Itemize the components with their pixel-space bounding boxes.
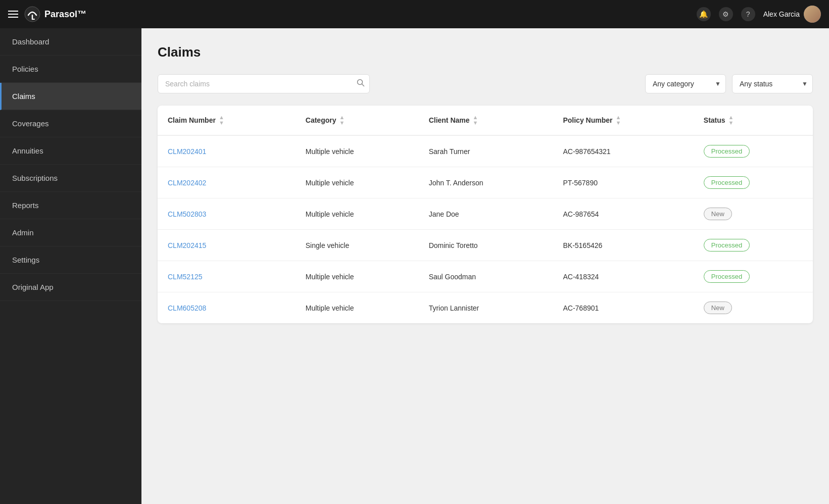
col-header-claimNumber[interactable]: Claim Number▲▼ xyxy=(158,106,296,135)
claim-number-link[interactable]: CLM502803 xyxy=(168,210,206,218)
hamburger-menu[interactable] xyxy=(8,11,18,18)
notification-icon[interactable]: 🔔 xyxy=(697,7,711,21)
category-filter[interactable]: Any categoryMultiple vehicleSingle vehic… xyxy=(645,74,726,93)
search-wrapper xyxy=(158,74,370,93)
cell-policy-number: PT-567890 xyxy=(553,167,693,198)
cell-status: Processed xyxy=(694,230,813,261)
top-navigation: Parasol™ 🔔 ⚙ ? Alex Garcia xyxy=(0,0,829,28)
cell-policy-number: AC-418324 xyxy=(553,261,693,292)
cell-category: Multiple vehicle xyxy=(296,135,419,167)
claims-table: Claim Number▲▼Category▲▼Client Name▲▼Pol… xyxy=(158,106,813,323)
status-badge: Processed xyxy=(704,270,750,283)
sidebar-item-dashboard[interactable]: Dashboard xyxy=(0,28,141,56)
table-row: CLM52125Multiple vehicleSaul GoodmanAC-4… xyxy=(158,261,813,292)
cell-policy-number: BK-5165426 xyxy=(553,230,693,261)
logo-icon xyxy=(24,6,40,22)
sidebar-item-subscriptions[interactable]: Subscriptions xyxy=(0,165,141,192)
col-label-claimNumber: Claim Number xyxy=(168,116,216,124)
cell-category: Multiple vehicle xyxy=(296,198,419,230)
cell-status: New xyxy=(694,292,813,324)
sort-icon: ▲▼ xyxy=(615,115,621,126)
table-row: CLM502803Multiple vehicleJane DoeAC-9876… xyxy=(158,198,813,230)
sidebar-item-coverages[interactable]: Coverages xyxy=(0,110,141,137)
cell-policy-number: AC-768901 xyxy=(553,292,693,324)
col-label-category: Category xyxy=(306,116,336,124)
cell-claim-number: CLM605208 xyxy=(158,292,296,324)
claim-number-link[interactable]: CLM605208 xyxy=(168,304,206,312)
avatar xyxy=(804,6,821,23)
main-content: Claims Any categoryMultiple vehicleSingl… xyxy=(141,28,829,504)
sidebar-item-original-app[interactable]: Original App xyxy=(0,274,141,301)
cell-category: Multiple vehicle xyxy=(296,167,419,198)
status-badge: Processed xyxy=(704,145,750,158)
claim-number-link[interactable]: CLM52125 xyxy=(168,273,203,281)
cell-client-name: Sarah Turner xyxy=(419,135,553,167)
claims-table-container: Claim Number▲▼Category▲▼Client Name▲▼Pol… xyxy=(158,106,813,323)
cell-policy-number: AC-987654 xyxy=(553,198,693,230)
sidebar-item-admin[interactable]: Admin xyxy=(0,219,141,246)
sort-icon: ▲▼ xyxy=(219,115,224,126)
username: Alex Garcia xyxy=(763,10,800,18)
sidebar-item-reports[interactable]: Reports xyxy=(0,192,141,219)
sidebar-item-claims[interactable]: Claims xyxy=(0,83,141,110)
user-menu[interactable]: Alex Garcia xyxy=(763,6,821,23)
search-button[interactable] xyxy=(357,79,365,89)
sidebar-item-annuities[interactable]: Annuities xyxy=(0,137,141,165)
page-title: Claims xyxy=(158,44,813,60)
claim-number-link[interactable]: CLM202401 xyxy=(168,147,206,156)
col-label-policyNumber: Policy Number xyxy=(563,116,612,124)
col-header-policyNumber[interactable]: Policy Number▲▼ xyxy=(553,106,693,135)
sidebar-item-settings[interactable]: Settings xyxy=(0,246,141,274)
sort-icon: ▲▼ xyxy=(728,115,734,126)
col-header-category[interactable]: Category▲▼ xyxy=(296,106,419,135)
sidebar: DashboardPoliciesClaimsCoveragesAnnuitie… xyxy=(0,28,141,504)
table-row: CLM202402Multiple vehicleJohn T. Anderso… xyxy=(158,167,813,198)
claim-number-link[interactable]: CLM202402 xyxy=(168,179,206,187)
category-filter-wrapper: Any categoryMultiple vehicleSingle vehic… xyxy=(645,74,726,93)
cell-client-name: John T. Anderson xyxy=(419,167,553,198)
sort-icon: ▲▼ xyxy=(339,115,345,126)
help-icon[interactable]: ? xyxy=(741,7,755,21)
table-header: Claim Number▲▼Category▲▼Client Name▲▼Pol… xyxy=(158,106,813,135)
status-filter-wrapper: Any statusProcessedNew ▼ xyxy=(732,74,813,93)
settings-icon[interactable]: ⚙ xyxy=(719,7,733,21)
cell-claim-number: CLM202402 xyxy=(158,167,296,198)
table-body: CLM202401Multiple vehicleSarah TurnerAC-… xyxy=(158,135,813,323)
status-badge: Processed xyxy=(704,176,750,189)
cell-client-name: Saul Goodman xyxy=(419,261,553,292)
sort-icon: ▲▼ xyxy=(473,115,478,126)
cell-client-name: Jane Doe xyxy=(419,198,553,230)
col-label-status: Status xyxy=(704,116,725,124)
cell-status: Processed xyxy=(694,167,813,198)
cell-policy-number: AC-987654321 xyxy=(553,135,693,167)
cell-category: Multiple vehicle xyxy=(296,261,419,292)
cell-status: Processed xyxy=(694,261,813,292)
cell-client-name: Dominic Toretto xyxy=(419,230,553,261)
table-row: CLM202415Single vehicleDominic TorettoBK… xyxy=(158,230,813,261)
cell-claim-number: CLM202415 xyxy=(158,230,296,261)
sidebar-item-policies[interactable]: Policies xyxy=(0,56,141,83)
status-filter[interactable]: Any statusProcessedNew xyxy=(732,74,813,93)
cell-category: Multiple vehicle xyxy=(296,292,419,324)
filters-bar: Any categoryMultiple vehicleSingle vehic… xyxy=(158,74,813,93)
cell-client-name: Tyrion Lannister xyxy=(419,292,553,324)
claim-number-link[interactable]: CLM202415 xyxy=(168,241,206,249)
status-badge: New xyxy=(704,208,732,220)
cell-status: New xyxy=(694,198,813,230)
status-badge: Processed xyxy=(704,239,750,251)
col-header-clientName[interactable]: Client Name▲▼ xyxy=(419,106,553,135)
status-badge: New xyxy=(704,301,732,314)
app-logo: Parasol™ xyxy=(24,6,86,22)
cell-claim-number: CLM202401 xyxy=(158,135,296,167)
app-name: Parasol™ xyxy=(44,9,86,20)
table-row: CLM202401Multiple vehicleSarah TurnerAC-… xyxy=(158,135,813,167)
col-label-clientName: Client Name xyxy=(429,116,470,124)
cell-category: Single vehicle xyxy=(296,230,419,261)
cell-status: Processed xyxy=(694,135,813,167)
search-icon xyxy=(357,79,365,87)
table-row: CLM605208Multiple vehicleTyrion Lanniste… xyxy=(158,292,813,324)
search-input[interactable] xyxy=(158,74,370,93)
col-header-status[interactable]: Status▲▼ xyxy=(694,106,813,135)
svg-line-4 xyxy=(362,84,364,86)
cell-claim-number: CLM502803 xyxy=(158,198,296,230)
